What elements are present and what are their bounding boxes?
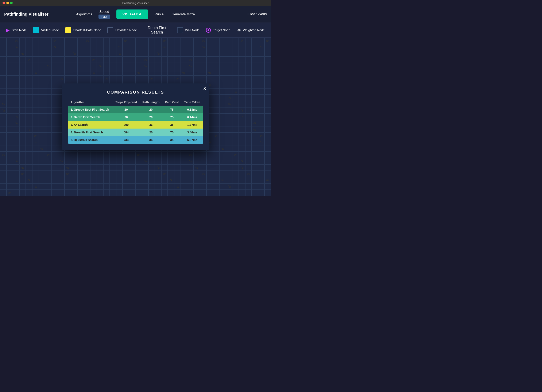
path-length-cell: 36 [140, 121, 162, 129]
modal-title: COMPARISON RESULTS [68, 90, 203, 95]
visualise-button[interactable]: VISUALISE [116, 10, 148, 19]
minimize-button[interactable] [6, 2, 9, 4]
legend-start-node: ▶ Start Node [6, 28, 27, 33]
visited-node-icon [33, 27, 39, 33]
legend-weighted-label: Weighted Node [243, 28, 265, 32]
legend-weighted-node: 🛍 Weighted Node [237, 28, 265, 32]
speed-label: Speed [99, 10, 109, 14]
legend-target-node: Target Node [206, 28, 230, 33]
table-row: 4. Breadth First Search58420753.46ms [68, 129, 203, 136]
nav-items: Algorithms Speed Fast VISUALISE Run All … [57, 10, 214, 19]
table-row: 1. Greedy Best First Search2020750.13ms [68, 106, 203, 113]
legend-visited-label: Visited Node [41, 28, 59, 32]
results-table: Algorithm Steps Explored Path Length Pat… [68, 99, 203, 144]
maximize-button[interactable] [10, 2, 13, 4]
legend-shortest-label: Shortest-Path Node [73, 28, 101, 32]
path-cost-cell: 75 [162, 113, 181, 121]
table-row: 3. A* Search20936351.37ms [68, 121, 203, 129]
algo-name-cell: 5. Dijkstra's Search [68, 136, 113, 144]
steps-cell: 20 [113, 106, 140, 113]
comparison-modal: X COMPARISON RESULTS Algorithm Steps Exp… [62, 83, 209, 150]
steps-cell: 20 [113, 113, 140, 121]
legend-unvisited-node: Unvisited Node [107, 27, 137, 33]
path-cost-cell: 75 [162, 129, 181, 136]
nav-algorithms[interactable]: Algorithms [76, 12, 92, 16]
title-bar: Pathfinding Visualiser [0, 0, 271, 6]
path-cost-cell: 35 [162, 121, 181, 129]
algo-name-cell: 4. Breadth First Search [68, 129, 113, 136]
path-length-cell: 20 [140, 106, 162, 113]
table-body: 1. Greedy Best First Search2020750.13ms2… [68, 106, 203, 144]
path-length-cell: 36 [140, 136, 162, 144]
col-steps: Steps Explored [113, 99, 140, 106]
path-length-cell: 20 [140, 113, 162, 121]
navbar: Pathfinding Visualiser Algorithms Speed … [0, 6, 271, 23]
wall-node-icon [177, 27, 183, 33]
legend-wall-label: Wall Node [185, 28, 200, 32]
legend-unvisited-label: Unvisited Node [115, 28, 137, 32]
nav-clear-walls[interactable]: Clear Walls [248, 12, 267, 16]
weighted-node-icon: 🛍 [237, 28, 241, 32]
nav-run-all[interactable]: Run All [155, 12, 165, 16]
legend-bar: ▶ Start Node Visited Node Shortest-Path … [0, 23, 271, 38]
time-taken-cell: 0.14ms [182, 113, 203, 121]
modal-overlay: X COMPARISON RESULTS Algorithm Steps Exp… [0, 38, 271, 196]
algo-name-cell: 2. Depth First Search [68, 113, 113, 121]
table-header: Algorithm Steps Explored Path Length Pat… [68, 99, 203, 106]
table-header-row: Algorithm Steps Explored Path Length Pat… [68, 99, 203, 106]
start-node-icon: ▶ [6, 28, 10, 33]
steps-cell: 209 [113, 121, 140, 129]
unvisited-node-icon [107, 27, 113, 33]
window-controls[interactable] [3, 2, 13, 4]
modal-close-button[interactable]: X [203, 86, 206, 91]
path-length-cell: 20 [140, 129, 162, 136]
legend-visited-node: Visited Node [33, 27, 59, 33]
algo-name-cell: 1. Greedy Best First Search [68, 106, 113, 113]
legend-algo-name: Depth First Search [143, 26, 171, 35]
legend-shortest-node: Shortest-Path Node [65, 27, 101, 33]
window-title: Pathfinding Visualiser [122, 1, 149, 5]
steps-cell: 733 [113, 136, 140, 144]
time-taken-cell: 1.37ms [182, 121, 203, 129]
nav-speed[interactable]: Speed Fast [98, 10, 110, 19]
time-taken-cell: 6.37ms [182, 136, 203, 144]
nav-generate-maze[interactable]: Generate Maze [172, 12, 195, 16]
close-button[interactable] [3, 2, 5, 4]
algo-name-cell: 3. A* Search [68, 121, 113, 129]
legend-start-label: Start Node [12, 28, 27, 32]
steps-cell: 584 [113, 129, 140, 136]
col-path-cost: Path Cost [162, 99, 181, 106]
legend-target-label: Target Node [213, 28, 230, 32]
table-row: 2. Depth First Search2020750.14ms [68, 113, 203, 121]
path-cost-cell: 75 [162, 106, 181, 113]
col-time-taken: Time Taken [182, 99, 203, 106]
table-row: 5. Dijkstra's Search73336356.37ms [68, 136, 203, 144]
time-taken-cell: 0.13ms [182, 106, 203, 113]
legend-wall-node: Wall Node [177, 27, 200, 33]
col-path-length: Path Length [140, 99, 162, 106]
shortest-node-icon [65, 27, 71, 33]
path-cost-cell: 35 [162, 136, 181, 144]
speed-value: Fast [98, 15, 110, 19]
col-algorithm: Algorithm [68, 99, 113, 106]
grid-area[interactable]: 🛍🛍🛍🛍🛍🛍🛍🛍🛍🛍🛍🛍🛍🛍🛍🛍🛍🛍🛍🛍🛍🛍🛍🛍🛍🛍🛍🛍🛍🛍🛍🛍🛍🛍🛍🛍🛍🛍🛍🛍… [0, 38, 271, 196]
nav-right: Clear Walls [214, 12, 267, 16]
target-node-icon [206, 28, 211, 33]
time-taken-cell: 3.46ms [182, 129, 203, 136]
nav-brand: Pathfinding Visualiser [4, 12, 57, 17]
